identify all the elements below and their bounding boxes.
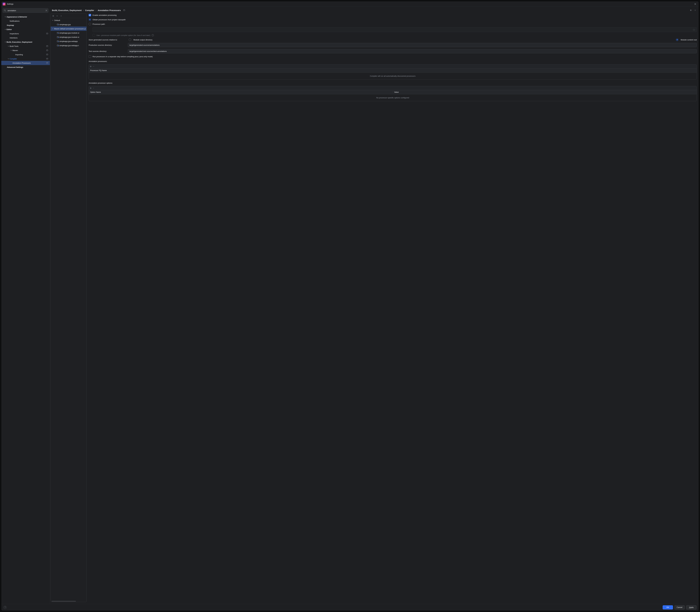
- crumb-bed[interactable]: Build, Execution, Deployment: [52, 9, 82, 12]
- svg-rect-1: [46, 33, 48, 34]
- crumb-compiler[interactable]: Compiler: [85, 9, 94, 12]
- annotation-processors-table: Processor FQ Name Compiler will run all …: [89, 64, 196, 80]
- svg-rect-5: [46, 58, 48, 59]
- clear-search-icon[interactable]: [45, 10, 47, 12]
- svg-rect-3: [46, 50, 48, 51]
- chevron-down-icon: [8, 58, 9, 59]
- module-item[interactable]: simpleapp-jpa-webapp-t: [51, 43, 86, 47]
- nav-inspections[interactable]: Inspections: [1, 31, 50, 36]
- svg-point-0: [4, 10, 5, 11]
- nav-editor[interactable]: Editor: [1, 27, 50, 31]
- store-label: Store generated sources relative to:: [89, 39, 126, 41]
- nav-keymap[interactable]: Keymap: [1, 23, 50, 27]
- svg-rect-2: [46, 46, 48, 47]
- processor-path-radio[interactable]: [89, 23, 91, 25]
- store-output-label: Module output directory: [133, 39, 152, 41]
- titlebar: Settings: [1, 1, 196, 7]
- nav-build-tools[interactable]: Build Tools: [1, 44, 50, 48]
- project-scope-icon: [46, 32, 49, 35]
- separate-label: Run processors in a separate step before…: [93, 56, 153, 58]
- chevron-right-icon: ›: [83, 9, 84, 12]
- proc-path-label: Processor path:: [93, 23, 105, 25]
- module-icon: [57, 44, 59, 46]
- breadcrumb: Build, Execution, Deployment › Compiler …: [50, 7, 196, 14]
- svg-rect-7: [123, 10, 125, 11]
- processor-settings-form: Enable annotation processing Obtain proc…: [89, 14, 196, 120]
- processor-options-label: Annotation processor options:: [89, 82, 196, 84]
- chevron-down-icon: [52, 19, 54, 21]
- profiles-tree[interactable]: Default simpleapp-jpa Maven default anno…: [51, 18, 86, 120]
- obtain-label: Obtain processors from project classpath: [93, 18, 125, 21]
- settings-tree[interactable]: Appearance & Behavior Notifications Keym…: [1, 14, 50, 120]
- move-to-button[interactable]: [59, 15, 63, 17]
- col-fq-name: Processor FQ Name: [89, 69, 196, 71]
- separate-step-checkbox[interactable]: [89, 55, 91, 58]
- settings-window: Settings Appearance & Behavior: [1, 1, 196, 120]
- test-dir-label: Test sources directory:: [89, 50, 126, 52]
- project-scope-icon: [46, 45, 49, 47]
- project-scope-icon: [123, 9, 125, 11]
- remove-option-button: [93, 87, 94, 89]
- profiles-panel: Default simpleapp-jpa Maven default anno…: [51, 14, 87, 120]
- prod-dir-field[interactable]: [128, 43, 196, 47]
- module-path-label: Use --processor-module-path compiler opt…: [96, 34, 150, 36]
- remove-processor-button: [93, 66, 94, 67]
- intellij-logo-icon: [3, 3, 5, 5]
- window-title: Settings: [7, 3, 13, 5]
- annotation-processors-label: Annotation processors:: [89, 60, 196, 62]
- svg-point-13: [58, 37, 59, 38]
- project-scope-icon: [46, 62, 49, 64]
- add-processor-button[interactable]: [90, 66, 92, 67]
- search-icon: [4, 9, 6, 12]
- crumb-annot: Annotation Processors: [98, 9, 121, 12]
- project-scope-icon: [46, 53, 49, 56]
- enable-label: Enable annotation processing: [93, 14, 117, 16]
- processors-empty-text: Compiler will run all automatically disc…: [89, 73, 196, 79]
- svg-rect-6: [46, 62, 48, 64]
- nav-notifications[interactable]: Notifications: [1, 19, 50, 23]
- module-icon: [57, 32, 59, 34]
- chevron-right-icon: ›: [96, 9, 96, 12]
- nav-intentions[interactable]: Intentions: [1, 36, 50, 40]
- chevron-down-icon: [52, 28, 54, 29]
- store-output-radio[interactable]: [129, 39, 131, 41]
- processor-options-table: Option Name Value No processor-specific …: [89, 86, 196, 101]
- nav-compiler[interactable]: Compiler: [1, 57, 50, 61]
- nav-annotation-processors[interactable]: Annotation Processors: [1, 61, 50, 65]
- module-icon: [57, 40, 59, 42]
- chevron-down-icon: [10, 50, 12, 51]
- nav-maven[interactable]: Maven: [1, 48, 50, 53]
- nav-appearance[interactable]: Appearance & Behavior: [1, 15, 50, 19]
- add-option-button[interactable]: [90, 87, 92, 89]
- module-path-option-checkbox: [93, 34, 95, 37]
- chevron-down-icon: [4, 16, 6, 17]
- svg-point-11: [58, 33, 59, 34]
- nav-advanced[interactable]: Advanced Settings: [1, 65, 50, 69]
- module-item[interactable]: simpleapp-jpa-webapp: [51, 39, 86, 43]
- module-item[interactable]: simpleapp-jpa-module-si: [51, 31, 86, 35]
- module-icon: [57, 24, 59, 26]
- obtain-from-classpath-radio[interactable]: [89, 18, 91, 21]
- remove-profile-button[interactable]: [56, 15, 58, 17]
- module-item[interactable]: simpleapp-jpa: [51, 23, 86, 27]
- enable-annotation-processing-checkbox[interactable]: [89, 14, 91, 16]
- options-empty-text: No processor-specific options configured: [89, 94, 196, 101]
- module-item[interactable]: simpleapp-jpa-module-si: [51, 35, 86, 39]
- nav-bed[interactable]: Build, Execution, Deployment: [1, 40, 50, 44]
- search-input[interactable]: [3, 8, 49, 13]
- processor-path-field: [94, 28, 196, 31]
- chevron-down-icon: [4, 29, 6, 30]
- project-scope-icon: [46, 49, 49, 52]
- settings-tree-panel: Appearance & Behavior Notifications Keym…: [1, 7, 50, 120]
- chevron-down-icon: [4, 41, 6, 43]
- profile-default[interactable]: Default: [51, 18, 86, 23]
- col-option-name: Option Name: [89, 91, 196, 93]
- help-icon[interactable]: ?: [152, 34, 154, 36]
- module-icon: [57, 36, 59, 38]
- nav-importing[interactable]: Importing: [1, 53, 50, 57]
- add-profile-button[interactable]: [52, 15, 55, 17]
- svg-rect-4: [46, 54, 48, 55]
- test-dir-field[interactable]: [128, 49, 196, 53]
- profile-maven-default[interactable]: Maven default annotation processors prof…: [51, 27, 86, 31]
- project-scope-icon: [46, 57, 49, 60]
